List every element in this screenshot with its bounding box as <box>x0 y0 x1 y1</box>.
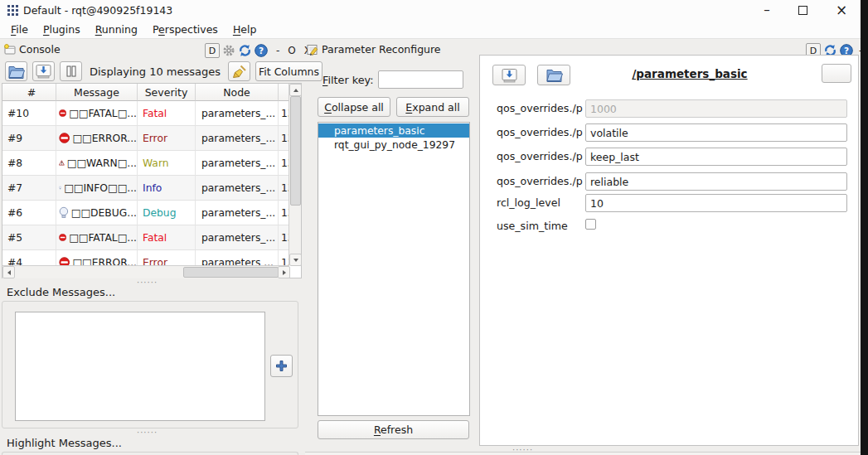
menu-file[interactable]: File <box>3 22 36 37</box>
parameter-detail-panel: /parameters_basic qos_overrides./pa qos_… <box>479 55 859 446</box>
panel-maximize-button[interactable]: O <box>288 45 295 56</box>
scroll-left-button[interactable] <box>2 266 15 278</box>
filter-key-label: Filter key: <box>322 74 374 86</box>
save-params-button[interactable] <box>492 65 526 85</box>
reconfigure-title-label: Parameter Reconfigure <box>322 43 441 56</box>
col-header-severity[interactable]: Severity <box>138 84 196 101</box>
scroll-down-button[interactable] <box>289 254 302 266</box>
bottom-divider <box>305 452 861 455</box>
message-count-status: Displaying 10 messages <box>90 65 221 78</box>
pause-icon <box>65 65 77 77</box>
console-panel-controls: D ? - O X <box>205 43 311 58</box>
menu-plugins[interactable]: Plugins <box>36 22 88 37</box>
param-input-rcl-log-level[interactable] <box>585 194 847 212</box>
node-tree-item-rqt-gui-py-node[interactable]: rqt_gui_py_node_19297 <box>318 138 469 152</box>
panel-minimize-button[interactable]: - <box>276 45 279 56</box>
vertical-scroll-thumb[interactable] <box>290 96 301 206</box>
table-row[interactable]: #8 □□WARN□... Warn parameters_... 13 <box>2 151 289 176</box>
param-label: rcl_log_level <box>497 196 583 209</box>
param-input-durability[interactable] <box>585 123 847 142</box>
arrow-down-icon <box>293 259 298 262</box>
col-header-message[interactable]: Message <box>56 84 138 101</box>
settings-gear-icon[interactable] <box>222 44 235 57</box>
pause-button[interactable] <box>60 61 82 81</box>
vertical-scrollbar[interactable] <box>289 84 301 265</box>
window-close-button[interactable]: × <box>829 0 854 20</box>
menu-help[interactable]: Help <box>225 22 264 37</box>
save-icon <box>35 64 52 79</box>
splitter-handle[interactable]: ······ <box>137 430 158 435</box>
no-entry-icon <box>59 107 66 119</box>
add-exclude-filter-button[interactable] <box>270 355 293 377</box>
table-row[interactable]: #7 □□INFO□□... Info parameters_... 13 <box>2 176 289 201</box>
param-label: qos_overrides./pa <box>497 175 583 187</box>
table-header-row: # Message Severity Node <box>2 84 289 101</box>
table-row[interactable]: #5 □□FATAL□... Fatal parameters_... 13 <box>2 225 289 250</box>
minimize-icon: – <box>764 2 770 17</box>
horizontal-scrollbar[interactable] <box>2 265 289 278</box>
reconfigure-panel-title: Parameter Reconfigure <box>307 43 441 56</box>
close-icon: × <box>836 2 847 18</box>
param-label: qos_overrides./pa <box>497 102 583 114</box>
table-row[interactable]: #4 □□ERROR... Error parameters ... 13 <box>2 250 289 266</box>
refresh-icon[interactable] <box>238 44 252 57</box>
load-messages-button[interactable] <box>5 61 27 81</box>
scroll-right-button[interactable] <box>278 266 290 278</box>
expand-all-button[interactable]: Expand all <box>396 97 469 117</box>
screen-edge <box>861 0 868 455</box>
load-params-button[interactable] <box>537 65 570 85</box>
filter-key-input[interactable] <box>378 70 463 89</box>
highlight-messages-label: Highlight Messages... <box>7 437 122 449</box>
menu-running[interactable]: Running <box>88 22 145 37</box>
console-message-table: # Message Severity Node #10 □□FATAL□... … <box>2 83 302 278</box>
window-maximize-button[interactable] <box>790 0 815 20</box>
app-icon <box>7 4 19 17</box>
menu-perspectives[interactable]: Perspectives <box>145 22 225 37</box>
arrow-right-icon <box>283 270 286 275</box>
table-row[interactable]: #10 □□FATAL□... Fatal parameters_... 13 <box>2 101 289 126</box>
fit-columns-button[interactable]: Fit Columns <box>255 61 322 81</box>
window-titlebar: Default - rqt@490925f19143 – × <box>0 0 868 20</box>
exclude-filter-list[interactable] <box>15 312 265 421</box>
param-label: qos_overrides./pa <box>497 126 583 138</box>
param-input-history[interactable] <box>585 148 847 166</box>
col-header-num[interactable]: # <box>2 84 56 101</box>
notepad-pencil-icon <box>307 44 318 56</box>
console-panel-title: Console <box>4 43 61 56</box>
selected-node-title: /parameters_basic <box>571 67 808 80</box>
refresh-nodes-button[interactable]: Refresh <box>318 420 469 439</box>
splitter-handle[interactable]: ······ <box>137 280 158 285</box>
open-folder-icon <box>7 65 25 79</box>
param-input-depth <box>585 99 847 118</box>
col-header-node[interactable]: Node <box>196 84 279 101</box>
horizontal-scroll-thumb[interactable] <box>183 267 279 278</box>
broom-icon <box>232 65 247 79</box>
collapse-all-button[interactable]: Collapse all <box>318 97 390 117</box>
bulb-icon <box>59 182 61 194</box>
arrow-up-icon <box>293 89 298 92</box>
detail-corner-button[interactable] <box>822 64 851 83</box>
no-entry-icon <box>59 132 70 144</box>
param-input-reliability[interactable] <box>585 172 847 191</box>
console-title-label: Console <box>19 43 61 56</box>
clear-messages-button[interactable] <box>228 61 250 81</box>
scroll-up-button[interactable] <box>289 84 302 96</box>
window-title: Default - rqt@490925f19143 <box>23 4 172 17</box>
plus-icon <box>275 360 288 372</box>
window-minimize-button[interactable]: – <box>754 0 779 20</box>
warning-icon <box>59 157 65 169</box>
use-sim-time-checkbox[interactable] <box>585 219 596 230</box>
dock-button[interactable]: D <box>205 43 220 58</box>
param-label: use_sim_time <box>497 220 583 232</box>
table-row[interactable]: #6 □□DEBUG... Debug parameters_... 13 <box>2 201 289 225</box>
open-folder-icon <box>546 68 563 82</box>
table-row[interactable]: #9 □□ERROR... Error parameters_... 13 <box>2 126 289 151</box>
save-messages-button[interactable] <box>32 61 55 81</box>
console-icon <box>4 44 16 55</box>
highlight-messages-group <box>2 452 298 455</box>
console-toolbar: Displaying 10 messages Fit Columns <box>5 61 322 81</box>
exclude-messages-label: Exclude Messages... <box>7 286 115 298</box>
svg-text:?: ? <box>259 46 264 56</box>
help-icon[interactable]: ? <box>255 44 268 57</box>
node-tree-item-parameters-basic[interactable]: parameters_basic <box>318 123 469 138</box>
